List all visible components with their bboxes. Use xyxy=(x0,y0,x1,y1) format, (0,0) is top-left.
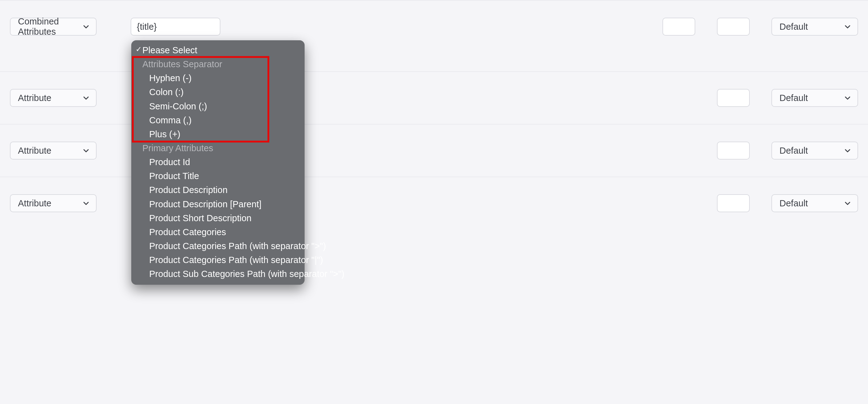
mapping-row-2: Attribute Default xyxy=(0,124,868,177)
dropdown-option[interactable]: Product Title xyxy=(135,169,301,183)
attribute-type-label: Attribute xyxy=(18,146,52,156)
small-input-b[interactable] xyxy=(717,194,750,212)
chevron-down-icon xyxy=(844,94,851,102)
small-input-a[interactable] xyxy=(662,18,695,36)
small-input-b[interactable] xyxy=(717,142,750,160)
value-text: {title} xyxy=(137,22,157,32)
dropdown-option[interactable]: Product Categories xyxy=(135,225,301,239)
chevron-down-icon xyxy=(844,200,851,207)
output-format-label: Default xyxy=(779,146,808,156)
dropdown-option[interactable]: Product Description [Parent] xyxy=(135,197,301,211)
small-input-b[interactable] xyxy=(717,89,750,107)
dropdown-option[interactable]: Hyphen (-) xyxy=(135,71,301,85)
attribute-type-select[interactable]: Attribute xyxy=(10,142,97,160)
value-input[interactable]: {title} xyxy=(131,18,220,36)
mapping-row-1: Attribute Default xyxy=(0,71,868,124)
dropdown-option[interactable]: Product Categories Path (with separator … xyxy=(135,239,301,253)
attribute-type-select[interactable]: Attribute xyxy=(10,89,97,107)
chevron-down-icon xyxy=(844,147,851,154)
output-format-select[interactable]: Default xyxy=(771,194,858,212)
output-format-label: Default xyxy=(779,93,808,103)
output-format-select[interactable]: Default xyxy=(771,89,858,107)
dropdown-option[interactable]: Product Short Description xyxy=(135,211,301,225)
dropdown-option[interactable]: Product Categories Path (with separator … xyxy=(135,253,301,267)
mapping-row-0: Combined Attributes {title} Default xyxy=(0,0,868,71)
dropdown-option[interactable]: Product Sub Categories Path (with separa… xyxy=(135,267,301,281)
chevron-down-icon xyxy=(82,200,90,207)
small-input-b[interactable] xyxy=(717,18,750,36)
dropdown-group-label: Primary Attributes xyxy=(135,141,301,155)
chevron-down-icon xyxy=(82,23,90,30)
output-format-select[interactable]: Default xyxy=(771,142,858,160)
mapping-row-3: Attribute Default xyxy=(0,177,868,229)
attribute-type-label: Attribute xyxy=(18,93,52,103)
chevron-down-icon xyxy=(82,94,90,102)
page: Combined Attributes {title} Default Attr… xyxy=(0,0,868,229)
attribute-type-label: Attribute xyxy=(18,198,52,208)
dropdown-option[interactable]: Colon (:) xyxy=(135,85,301,99)
output-format-label: Default xyxy=(779,22,808,32)
dropdown-option[interactable]: Product Description xyxy=(135,183,301,197)
attribute-type-label: Combined Attributes xyxy=(18,17,82,37)
chevron-down-icon xyxy=(844,23,851,30)
dropdown-option[interactable]: Plus (+) xyxy=(135,127,301,141)
dropdown-option[interactable]: Comma (,) xyxy=(135,113,301,127)
attribute-dropdown-popup[interactable]: Please SelectAttributes SeparatorHyphen … xyxy=(131,40,305,285)
attribute-type-select[interactable]: Combined Attributes xyxy=(10,18,97,36)
output-format-label: Default xyxy=(779,198,808,208)
dropdown-option-selected[interactable]: Please Select xyxy=(135,44,301,57)
output-format-select[interactable]: Default xyxy=(771,18,858,36)
dropdown-option[interactable]: Semi-Colon (;) xyxy=(135,99,301,113)
chevron-down-icon xyxy=(82,147,90,154)
dropdown-group-label: Attributes Separator xyxy=(135,57,301,71)
attribute-type-select[interactable]: Attribute xyxy=(10,194,97,212)
dropdown-option[interactable]: Product Id xyxy=(135,155,301,169)
